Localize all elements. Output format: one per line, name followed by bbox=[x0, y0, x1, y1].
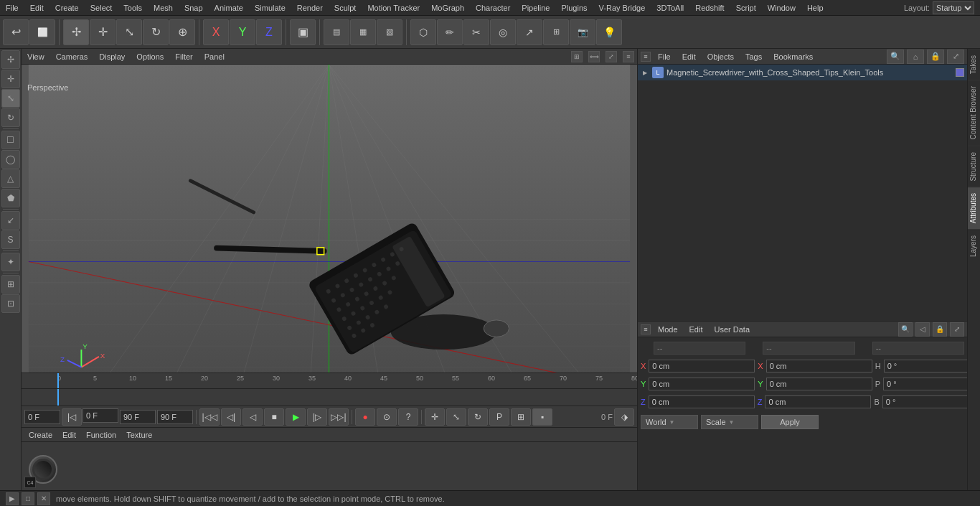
render-scene-button[interactable]: ▧ bbox=[377, 19, 402, 45]
status-icon-1[interactable]: ▶ bbox=[6, 492, 19, 505]
play-button[interactable]: ▶ bbox=[286, 408, 306, 426]
timeline-track[interactable] bbox=[22, 389, 637, 406]
obj-color-swatch[interactable] bbox=[956, 68, 964, 77]
menu-vray[interactable]: V-Ray Bridge bbox=[593, 2, 651, 14]
smooth-button[interactable]: ◎ bbox=[490, 19, 516, 45]
dots-button[interactable]: ⊞ bbox=[511, 408, 531, 426]
tab-content-browser[interactable]: Content Browser bbox=[968, 80, 980, 145]
light-button[interactable]: 💡 bbox=[596, 19, 622, 45]
menu-help[interactable]: Help bbox=[801, 2, 829, 14]
obj-search-btn[interactable]: 🔍 bbox=[887, 50, 904, 64]
attr-expand-btn[interactable]: ⤢ bbox=[950, 322, 964, 337]
menu-create[interactable]: Create bbox=[50, 2, 85, 14]
left-tool-7[interactable]: △ bbox=[1, 169, 20, 188]
vp-options-menu[interactable]: Options bbox=[133, 52, 166, 62]
vp-ctrl-4[interactable]: ≡ bbox=[623, 51, 634, 62]
tab-takes[interactable]: Takes bbox=[968, 49, 980, 80]
start-frame-field[interactable] bbox=[24, 410, 60, 424]
render-region-button[interactable]: ▤ bbox=[324, 19, 349, 45]
obj-home-btn[interactable]: ⌂ bbox=[907, 50, 924, 64]
left-tool-1[interactable]: ✢ bbox=[1, 50, 20, 69]
attr-edit-menu[interactable]: Edit bbox=[685, 324, 707, 334]
layout-dropdown[interactable]: Startup bbox=[933, 1, 974, 14]
frame-rate-button[interactable]: ⬗ bbox=[614, 408, 634, 426]
last-frame-button[interactable]: ▷▷| bbox=[329, 408, 349, 426]
current-frame-field[interactable] bbox=[83, 408, 118, 423]
vp-cameras-menu[interactable]: Cameras bbox=[53, 52, 91, 62]
vp-ctrl-2[interactable]: ⟺ bbox=[588, 51, 600, 62]
left-tool-3[interactable]: ⤡ bbox=[1, 89, 20, 108]
attr-z-pos-field[interactable] bbox=[649, 395, 755, 408]
mat-function-menu[interactable]: Function bbox=[82, 430, 121, 440]
tab-structure[interactable]: Structure bbox=[968, 146, 980, 187]
menu-snap[interactable]: Snap bbox=[179, 2, 209, 14]
z-axis-button[interactable]: Z bbox=[256, 19, 282, 45]
obj-lock-btn[interactable]: 🔒 bbox=[927, 50, 944, 64]
status-icon-3[interactable]: ✕ bbox=[37, 492, 50, 505]
obj-tags-menu[interactable]: Tags bbox=[741, 52, 766, 62]
end-frame-left-field[interactable] bbox=[120, 410, 156, 424]
left-tool-6[interactable]: ◯ bbox=[1, 150, 20, 169]
mat-create-menu[interactable]: Create bbox=[24, 430, 57, 440]
stop-button[interactable]: ■ bbox=[264, 408, 284, 426]
menu-plugins[interactable]: Plugins bbox=[555, 2, 593, 14]
attr-p-rot-field[interactable] bbox=[883, 378, 980, 390]
scale-mode-button[interactable]: ⤡ bbox=[116, 19, 142, 45]
help-button[interactable]: ? bbox=[398, 408, 418, 426]
play-reverse-button[interactable]: ◁ bbox=[242, 408, 263, 426]
attr-x-size-field[interactable] bbox=[766, 360, 872, 373]
tab-attributes[interactable]: Attributes bbox=[968, 187, 980, 229]
left-tool-8[interactable]: ⬟ bbox=[1, 189, 20, 207]
menu-pipeline[interactable]: Pipeline bbox=[516, 2, 555, 14]
obj-expand-btn[interactable]: ⤢ bbox=[947, 50, 964, 64]
attr-y-pos-field[interactable] bbox=[649, 378, 755, 390]
prev-frame-button[interactable]: ◁| bbox=[221, 408, 241, 426]
mat-texture-menu[interactable]: Texture bbox=[122, 430, 156, 440]
scale-dropdown[interactable]: Scale ▼ bbox=[701, 415, 758, 429]
left-tool-13[interactable]: ⊡ bbox=[1, 294, 20, 313]
attr-y-size-field[interactable] bbox=[766, 378, 872, 390]
world-dropdown[interactable]: World ▼ bbox=[641, 415, 698, 429]
end-frame-right-field[interactable] bbox=[157, 410, 193, 424]
menu-script[interactable]: Script bbox=[730, 2, 762, 14]
menu-window[interactable]: Window bbox=[762, 2, 801, 14]
vp-view-menu[interactable]: View bbox=[24, 52, 47, 62]
object-mode-button[interactable]: ▣ bbox=[290, 19, 316, 45]
camera-button[interactable]: 📷 bbox=[570, 19, 595, 45]
scale-tool-button[interactable]: ⤡ bbox=[446, 408, 466, 426]
record-button[interactable]: ● bbox=[355, 408, 375, 426]
next-frame-button[interactable]: |▷ bbox=[307, 408, 327, 426]
attr-x-pos-field[interactable] bbox=[649, 360, 755, 373]
record-pos-button[interactable]: ⊙ bbox=[377, 408, 397, 426]
grid-button[interactable]: ⊞ bbox=[543, 19, 569, 45]
render-view-button[interactable]: ▦ bbox=[350, 19, 376, 45]
object-item[interactable]: ▶ L Magnetic_Screwdriver_with_Cross_Shap… bbox=[638, 65, 967, 80]
arrow-button[interactable]: ↗ bbox=[517, 19, 542, 45]
menu-render[interactable]: Render bbox=[291, 2, 329, 14]
attr-user-data-menu[interactable]: User Data bbox=[710, 324, 755, 334]
menu-character[interactable]: Character bbox=[470, 2, 516, 14]
menu-select[interactable]: Select bbox=[85, 2, 118, 14]
menu-3dtoall[interactable]: 3DToAll bbox=[651, 2, 689, 14]
menu-mograph[interactable]: MoGraph bbox=[425, 2, 470, 14]
menu-edit[interactable]: Edit bbox=[24, 2, 50, 14]
prev-key-button[interactable]: |◁ bbox=[62, 408, 82, 426]
vp-ctrl-1[interactable]: ⊞ bbox=[571, 51, 583, 62]
vp-display-menu[interactable]: Display bbox=[96, 52, 128, 62]
move-tool-button[interactable]: ✛ bbox=[425, 408, 445, 426]
redo-button[interactable]: ⬜ bbox=[29, 19, 55, 45]
move-mode-button[interactable]: ✛ bbox=[90, 19, 116, 45]
obj-edit-menu[interactable]: Edit bbox=[678, 52, 700, 62]
attr-prev-btn[interactable]: ◁ bbox=[915, 322, 930, 337]
obj-bookmarks-menu[interactable]: Bookmarks bbox=[769, 52, 817, 62]
left-tool-11[interactable]: ✦ bbox=[1, 253, 20, 271]
rotate-tool-button[interactable]: ↻ bbox=[468, 408, 488, 426]
menu-sculpt[interactable]: Sculpt bbox=[329, 2, 362, 14]
rotate-mode-button[interactable]: ↻ bbox=[143, 19, 169, 45]
attr-h-rot-field[interactable] bbox=[884, 360, 980, 373]
menu-file[interactable]: File bbox=[0, 2, 24, 14]
attr-search-btn[interactable]: 🔍 bbox=[898, 322, 913, 337]
attr-mode-menu[interactable]: Mode bbox=[654, 324, 682, 334]
left-tool-10[interactable]: S bbox=[1, 230, 20, 249]
cinema-button[interactable]: ▪ bbox=[532, 408, 552, 426]
